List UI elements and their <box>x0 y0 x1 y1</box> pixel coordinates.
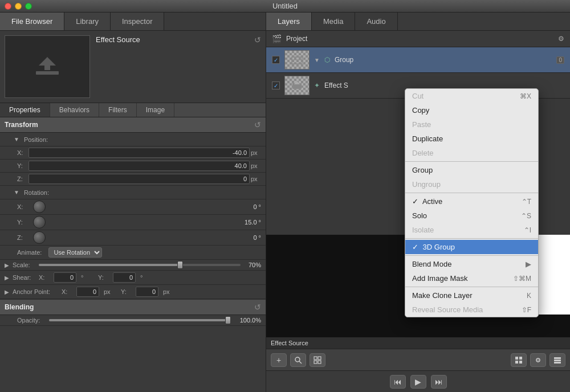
ctx-duplicate[interactable]: Duplicate <box>405 132 538 146</box>
tab-audio[interactable]: Audio <box>355 13 397 30</box>
settings-button[interactable] <box>530 353 546 367</box>
anchor-y-input[interactable] <box>136 287 158 297</box>
svg-rect-14 <box>515 361 518 364</box>
anchor-x-input[interactable] <box>76 287 99 297</box>
shear-expand[interactable]: ▶ <box>5 275 9 281</box>
layer-group-badge: 0 <box>556 56 564 64</box>
scale-slider[interactable] <box>39 264 241 266</box>
ctx-add-image-mask[interactable]: Add Image Mask ⇧⌘M <box>405 271 538 285</box>
position-z-unit: px <box>251 175 261 182</box>
ctx-blend-mode-arrow: ▶ <box>526 260 531 268</box>
layer-group-checkbox[interactable]: ✓ <box>272 56 280 64</box>
scale-slider-thumb[interactable] <box>177 261 183 269</box>
opacity-slider[interactable] <box>49 319 228 321</box>
layer-group-thumb-icon <box>290 54 304 66</box>
ctx-isolate-shortcut: ⌃I <box>524 226 531 234</box>
position-z-input[interactable] <box>28 174 250 184</box>
forward-button[interactable]: ⏭ <box>431 375 447 389</box>
transform-section-header[interactable]: Transform ↺ <box>0 117 266 133</box>
ctx-delete[interactable]: Delete <box>405 146 538 160</box>
ctx-paste[interactable]: Paste <box>405 117 538 132</box>
rotation-z-knob[interactable] <box>33 231 46 244</box>
transform-reset-btn[interactable]: ↺ <box>254 120 261 129</box>
ctx-make-clone-layer-shortcut: K <box>527 292 531 300</box>
layer-effect-checkbox[interactable]: ✓ <box>272 81 280 89</box>
blending-section-header[interactable]: Blending ↺ <box>0 299 266 315</box>
tab-inspector[interactable]: Inspector <box>111 13 164 30</box>
traffic-lights <box>5 3 32 10</box>
tab-behaviors[interactable]: Behaviors <box>50 103 99 117</box>
ctx-add-image-mask-shortcut: ⇧⌘M <box>513 275 531 283</box>
rotation-row: ▼ Rotation: <box>0 186 266 199</box>
position-x-row: X: px <box>0 146 266 160</box>
scale-expand[interactable]: ▶ <box>5 262 9 268</box>
layer-group-name: Group <box>335 56 353 64</box>
tab-media[interactable]: Media <box>312 13 355 30</box>
ctx-ungroup[interactable]: Ungroup <box>405 177 538 191</box>
tab-filters[interactable]: Filters <box>99 103 137 117</box>
effect-source-reset[interactable]: ↺ <box>254 35 261 44</box>
blending-reset-btn[interactable]: ↺ <box>254 303 261 312</box>
ctx-copy[interactable]: Copy <box>405 103 538 117</box>
layer-effect-name: Effect S <box>324 81 348 89</box>
shear-x-input[interactable] <box>54 272 76 283</box>
layer-row-group[interactable]: ✓ ▼ ⬡ Group 0 <box>266 47 570 73</box>
ctx-blend-mode[interactable]: Blend Mode ▶ <box>405 257 538 271</box>
ctx-group[interactable]: Group <box>405 163 538 177</box>
stack-view-button[interactable] <box>549 353 565 367</box>
ctx-isolate[interactable]: Isolate ⌃I <box>405 223 538 237</box>
tab-layers[interactable]: Layers <box>266 13 312 30</box>
tab-file-browser[interactable]: File Browser <box>0 13 64 30</box>
opacity-slider-fill <box>49 319 228 321</box>
tab-library[interactable]: Library <box>64 13 111 30</box>
grid-view-button[interactable] <box>511 353 527 367</box>
shear-x-unit: ° <box>81 274 91 281</box>
rotation-y-knob[interactable] <box>33 216 46 228</box>
shear-y-input[interactable] <box>113 272 136 283</box>
rotation-y-value: 15.0 ° <box>245 219 261 226</box>
animate-select[interactable]: Use Rotation <box>48 247 102 258</box>
transform-title: Transform <box>5 121 38 129</box>
ctx-make-clone-layer[interactable]: Make Clone Layer K <box>405 288 538 303</box>
search-layers-button[interactable] <box>290 353 306 367</box>
opacity-slider-thumb[interactable] <box>225 316 231 324</box>
svg-point-17 <box>538 360 539 361</box>
tab-properties[interactable]: Properties <box>0 103 50 117</box>
ctx-active[interactable]: ✓ Active ⌃T <box>405 194 538 209</box>
maximize-button[interactable] <box>25 3 32 10</box>
scale-label: Scale: <box>13 262 35 268</box>
position-y-input[interactable] <box>28 161 250 171</box>
ctx-delete-label: Delete <box>412 149 434 157</box>
rotation-expand[interactable]: ▼ <box>14 189 19 195</box>
ctx-cut[interactable]: Cut ⌘X <box>405 89 538 103</box>
rotation-y-label: Y: <box>17 219 28 226</box>
position-x-label: X: <box>17 149 28 156</box>
add-layer-button[interactable]: + <box>271 353 287 367</box>
position-x-input[interactable] <box>28 148 250 158</box>
ctx-3d-check: ✓ <box>412 243 418 251</box>
scale-slider-fill <box>39 264 180 266</box>
position-expand[interactable]: ▼ <box>14 136 19 142</box>
minimize-button[interactable] <box>15 3 22 10</box>
ctx-solo[interactable]: Solo ⌃S <box>405 209 538 223</box>
ctx-separator-1 <box>405 161 538 162</box>
ctx-make-clone-layer-label: Make Clone Layer <box>412 291 473 300</box>
close-button[interactable] <box>5 3 11 10</box>
blending-title: Blending <box>5 303 34 311</box>
rotation-z-row: Z: 0 ° <box>0 230 266 246</box>
ctx-3d-group[interactable]: ✓ 3D Group <box>405 240 538 254</box>
download-icon <box>33 54 62 80</box>
tab-image[interactable]: Image <box>137 103 174 117</box>
play-button[interactable]: ▶ <box>410 375 426 389</box>
rewind-button[interactable]: ⏮ <box>390 375 406 389</box>
layer-group-expand[interactable]: ▼ <box>314 57 320 63</box>
svg-rect-15 <box>519 361 522 364</box>
group-layers-button[interactable] <box>310 353 325 367</box>
ctx-reveal-source-media[interactable]: Reveal Source Media ⇧F <box>405 303 538 317</box>
position-y-row: Y: px <box>0 160 266 173</box>
rotation-x-knob[interactable] <box>33 201 46 213</box>
anchor-expand[interactable]: ▶ <box>5 289 9 295</box>
project-settings-icon[interactable]: ⚙ <box>558 35 564 43</box>
ctx-active-check: ✓ <box>412 197 418 206</box>
anchor-label: Anchor Point: <box>13 288 58 295</box>
